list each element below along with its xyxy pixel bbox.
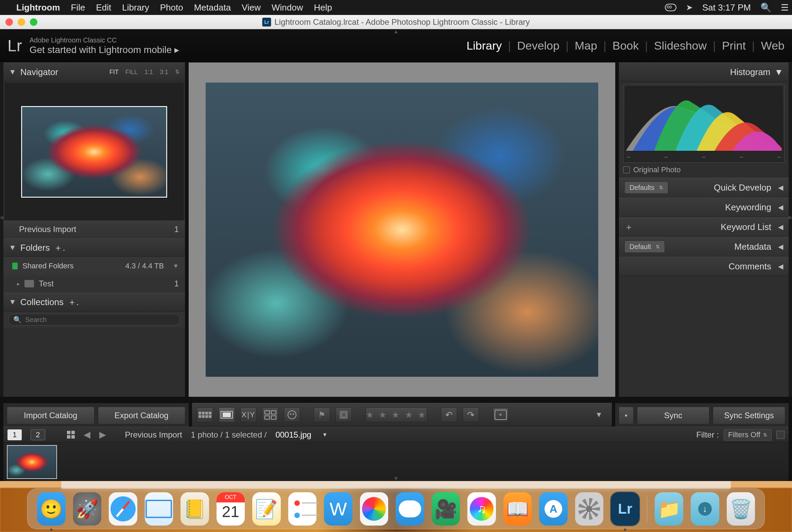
compare-view-button[interactable]: X|Y xyxy=(240,407,257,422)
menu-help[interactable]: Help xyxy=(314,2,332,13)
menu-edit[interactable]: Edit xyxy=(96,2,111,13)
statusbar-cursor-icon[interactable]: ➤ xyxy=(686,3,693,12)
go-forward-icon[interactable]: ▶ xyxy=(99,429,106,440)
histogram-chart[interactable] xyxy=(625,87,782,151)
disclosure-triangle-icon[interactable]: ◀ xyxy=(778,223,783,231)
dock-notes-icon[interactable]: 📝 xyxy=(252,492,281,526)
rotate-cw-button[interactable]: ↷ xyxy=(463,407,479,422)
dock-imessage-icon[interactable] xyxy=(396,492,424,526)
keyword-list-panel-header[interactable]: ＋ Keyword List ◀ xyxy=(619,217,789,237)
source-dropdown-icon[interactable]: ▼ xyxy=(322,432,328,438)
catalog-previous-import-row[interactable]: Previous Import 1 xyxy=(3,220,185,238)
source-label[interactable]: Previous Import xyxy=(125,430,182,440)
dock-finder-icon[interactable]: 🙂 xyxy=(37,492,66,526)
dock-trash-icon[interactable]: 🗑️ xyxy=(727,492,755,526)
disclosure-triangle-icon[interactable]: ▼ xyxy=(9,298,16,306)
dock-system-preferences-icon[interactable] xyxy=(575,492,604,526)
toolbar-options-button[interactable]: ▼ xyxy=(591,407,607,422)
module-slideshow[interactable]: Slideshow xyxy=(654,39,707,52)
navigator-thumbnail[interactable] xyxy=(21,106,167,198)
sync-toggle-switch[interactable]: ▪ xyxy=(619,407,634,424)
keywording-panel-header[interactable]: Keywording ◀ xyxy=(619,197,789,217)
dock-facetime-icon[interactable]: 🎥 xyxy=(432,492,460,526)
filmstrip-thumb-1[interactable] xyxy=(7,445,57,479)
loupe-view-area[interactable] xyxy=(189,63,615,397)
dock-applications-folder-icon[interactable]: 📁 xyxy=(655,492,683,526)
folder-item-test[interactable]: ▸ Test 1 xyxy=(3,275,185,292)
dock-appstore-icon[interactable] xyxy=(539,492,568,526)
menu-metadata[interactable]: Metadata xyxy=(194,2,231,13)
zoom-stepper-icon[interactable]: ⇅ xyxy=(175,69,179,76)
sync-settings-button[interactable]: Sync Settings xyxy=(713,407,785,424)
photo-preview[interactable] xyxy=(206,83,598,377)
notification-center-icon[interactable]: ☰ xyxy=(781,2,787,13)
add-folder-button[interactable]: ＋. xyxy=(54,242,65,254)
navigator-preview-area[interactable] xyxy=(5,83,184,220)
comments-panel-header[interactable]: Comments ◀ xyxy=(619,256,789,276)
flag-reject-button[interactable]: ✕ xyxy=(335,407,352,422)
navigator-panel-header[interactable]: ▼ Navigator FIT FILL 1:1 3:1 ⇅ xyxy=(3,63,185,82)
quick-develop-panel-header[interactable]: Defaults Quick Develop ◀ xyxy=(619,178,789,197)
disclosure-triangle-icon[interactable]: ◀ xyxy=(778,183,783,192)
sync-button[interactable]: Sync xyxy=(637,407,709,424)
add-keyword-button[interactable]: ＋ xyxy=(624,221,633,233)
identity-cta-link[interactable]: Get started with Lightroom mobile ▸ xyxy=(30,44,179,55)
menubar-clock[interactable]: Sat 3:17 PM xyxy=(702,2,751,13)
original-photo-checkbox[interactable] xyxy=(623,166,630,173)
disclosure-triangle-icon[interactable]: ◀ xyxy=(778,262,783,270)
volume-browser-row[interactable]: Shared Folders 4.3 / 4.4 TB ▼ xyxy=(3,257,185,275)
people-view-button[interactable] xyxy=(284,407,300,422)
folder-expand-icon[interactable]: ▸ xyxy=(17,281,20,287)
dock-lightroom-icon[interactable]: Lr xyxy=(611,492,639,526)
disclosure-triangle-icon[interactable]: ◀ xyxy=(778,243,783,251)
zoom-3-1[interactable]: 3:1 xyxy=(160,69,168,76)
survey-view-button[interactable] xyxy=(262,407,278,422)
go-back-icon[interactable]: ◀ xyxy=(84,429,90,440)
module-library[interactable]: Library xyxy=(466,39,502,52)
rotate-ccw-button[interactable]: ↶ xyxy=(441,407,457,422)
fullscreen-window-button[interactable] xyxy=(30,18,37,26)
menu-view[interactable]: View xyxy=(242,2,261,13)
import-catalog-button[interactable]: Import Catalog xyxy=(7,407,94,424)
disclosure-triangle-icon[interactable]: ▼ xyxy=(9,68,16,76)
close-window-button[interactable] xyxy=(5,18,13,26)
dock-contacts-icon[interactable]: 📒 xyxy=(180,492,209,526)
zoom-1-1[interactable]: 1:1 xyxy=(144,69,153,76)
folders-panel-header[interactable]: ▼ Folders ＋. xyxy=(3,238,185,257)
right-panel-edge[interactable]: ▶ xyxy=(789,63,792,397)
module-web[interactable]: Web xyxy=(761,39,785,52)
top-panel-collapse-notch-icon[interactable]: ▲ xyxy=(393,29,399,35)
zoom-fill[interactable]: FILL xyxy=(125,69,138,76)
dock-reminders-icon[interactable] xyxy=(288,492,317,526)
dock-downloads-folder-icon[interactable] xyxy=(691,492,719,526)
app-menu[interactable]: Lightroom xyxy=(16,2,60,13)
loupe-view-button[interactable] xyxy=(219,407,235,422)
rating-stars[interactable]: ★ ★ ★ ★ ★ xyxy=(365,407,427,422)
grid-view-button[interactable] xyxy=(197,407,213,422)
add-collection-button[interactable]: ＋. xyxy=(68,296,79,308)
volume-disclosure-icon[interactable]: ▼ xyxy=(173,263,179,270)
menu-photo[interactable]: Photo xyxy=(160,2,183,13)
flag-pick-button[interactable]: ⚑ xyxy=(314,407,330,422)
menu-file[interactable]: File xyxy=(71,2,85,13)
metadata-panel-header[interactable]: Default Metadata ◀ xyxy=(619,237,789,256)
collections-panel-header[interactable]: ▼ Collections ＋. xyxy=(3,292,185,312)
minimize-window-button[interactable] xyxy=(18,18,25,26)
main-window-button[interactable]: 1 xyxy=(7,429,22,440)
module-map[interactable]: Map xyxy=(575,39,597,52)
dock-launchpad-icon[interactable]: 🚀 xyxy=(73,492,102,526)
dock-safari-icon[interactable] xyxy=(109,492,137,526)
dock-ibooks-icon[interactable]: 📖 xyxy=(503,492,532,526)
metadata-preset-select[interactable]: Default xyxy=(624,241,665,253)
go-to-grid-icon[interactable] xyxy=(67,431,75,439)
export-catalog-button[interactable]: Export Catalog xyxy=(98,407,186,424)
quick-develop-preset-select[interactable]: Defaults xyxy=(624,181,668,194)
dock-itunes-icon[interactable] xyxy=(467,492,496,526)
second-window-button[interactable]: 2 xyxy=(31,429,45,440)
dock-photos-icon[interactable] xyxy=(360,492,389,526)
histogram-panel-header[interactable]: Histogram ▼ xyxy=(619,63,789,82)
dock-calendar-icon[interactable]: OCT 21 xyxy=(217,492,245,526)
disclosure-triangle-icon[interactable]: ▼ xyxy=(9,243,16,252)
filter-lock-toggle[interactable] xyxy=(776,431,785,439)
left-panel-edge[interactable]: ◀ xyxy=(0,63,3,397)
